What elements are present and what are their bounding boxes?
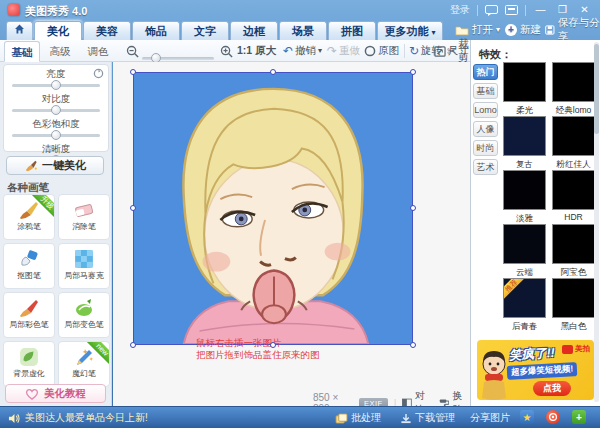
save-share-button[interactable]: 保存与分享 <box>545 22 600 38</box>
tab-scene[interactable]: 场景 <box>279 21 327 40</box>
beautify-tutorial-button[interactable]: 美化教程 <box>5 384 106 403</box>
tab-collage[interactable]: 拼图 <box>328 21 376 40</box>
main-tab-bar: 美化 美容 饰品 文字 边框 场景 拼图 更多功能 ▾ 打开▾ + 新建 保存与… <box>0 20 600 40</box>
qzone-share-icon[interactable]: ★ <box>520 410 534 424</box>
category-lomo[interactable]: Lomo <box>473 102 498 118</box>
category-fashion[interactable]: 时尚 <box>473 140 498 156</box>
selection-handle[interactable] <box>270 69 276 75</box>
open-button[interactable]: 打开▾ <box>455 22 500 38</box>
slider-saturation[interactable] <box>12 134 100 137</box>
brush-eraser-pen[interactable]: 消除笔 <box>58 194 110 240</box>
slider-contrast[interactable] <box>12 109 100 112</box>
brush-local-recolor-pen[interactable]: 局部变色笔 <box>58 292 110 338</box>
home-icon <box>13 23 26 35</box>
brush-doodle-pen[interactable]: 升级 涂鸦笔 <box>3 194 55 240</box>
tab-text[interactable]: 文字 <box>181 21 229 40</box>
selection-handle[interactable] <box>270 342 276 348</box>
tab-more-features[interactable]: 更多功能 ▾ <box>377 21 443 40</box>
undo-button[interactable]: ↶ 撤销 ▾ <box>283 43 322 59</box>
announcement[interactable]: 美图达人最爱单品今日上新! <box>8 411 148 425</box>
photo-selection[interactable]: 鼠标右击插一张图片 把图片拖到饰品盖住原来的图 <box>133 72 413 345</box>
effect-elegant[interactable] <box>503 170 546 210</box>
scrollbar[interactable] <box>594 42 599 402</box>
minimize-button[interactable]: — <box>533 4 548 17</box>
slider-thumb[interactable] <box>51 130 61 140</box>
folder-open-icon <box>455 25 469 36</box>
tab-accessory[interactable]: 饰品 <box>132 21 180 40</box>
chevron-down-icon: ▾ <box>318 47 322 55</box>
brush-local-color-pen[interactable]: 局部彩色笔 <box>3 292 55 338</box>
selection-handle[interactable] <box>130 205 136 211</box>
resize-button[interactable]: 尺寸 <box>434 43 469 59</box>
selection-handle[interactable] <box>410 69 416 75</box>
color-pen-icon <box>18 298 40 318</box>
batch-process-button[interactable]: 批处理 <box>335 411 381 425</box>
brush-local-mosaic[interactable]: 局部马赛克 <box>58 243 110 289</box>
login-link[interactable]: 登录 <box>450 3 470 17</box>
zoom-actual-size-button[interactable]: 1:1 原大 <box>237 43 276 59</box>
effect-pink-lady[interactable] <box>552 116 595 156</box>
zoom-out-icon <box>126 45 139 58</box>
chevron-down-icon: ▾ <box>496 26 500 34</box>
brush-cutout-pen[interactable]: 抠图笔 <box>3 243 55 289</box>
chat-icon[interactable] <box>485 5 498 16</box>
category-basic[interactable]: 基础 <box>473 83 498 99</box>
slider-thumb[interactable] <box>51 80 61 90</box>
effects-title: 特效： <box>479 47 512 62</box>
effect-hdr[interactable] <box>552 170 595 210</box>
category-portrait[interactable]: 人像 <box>473 121 498 137</box>
ad-click-button[interactable]: 点我 <box>533 381 571 396</box>
reset-icon[interactable] <box>93 68 104 79</box>
new-button[interactable]: + 新建 <box>505 22 541 38</box>
tab-cosmetic[interactable]: 美容 <box>83 21 131 40</box>
feedback-icon[interactable] <box>505 5 518 16</box>
brush-magic-pen[interactable]: new 魔幻笔 <box>58 341 110 387</box>
redo-button[interactable]: ↷ 重做 <box>327 43 360 59</box>
download-manager-button[interactable]: 下载管理 <box>400 411 455 425</box>
effect-label: HDR <box>551 212 596 222</box>
close-button[interactable]: ✕ <box>577 4 592 17</box>
selection-handle[interactable] <box>410 205 416 211</box>
one-click-beautify-button[interactable]: 一键美化 <box>6 156 104 175</box>
ad-character-icon <box>477 342 511 400</box>
effect-cloud[interactable] <box>503 224 546 264</box>
ad-banner[interactable]: 笑疯了!! 超多爆笑短视频! 点我 美拍 <box>477 340 594 400</box>
add-share-icon[interactable]: + <box>572 410 586 424</box>
weibo-share-icon[interactable] <box>546 410 560 424</box>
zoom-slider-thumb[interactable] <box>151 53 161 63</box>
blur-leaf-icon <box>18 347 40 367</box>
tab-frame[interactable]: 边框 <box>230 21 278 40</box>
effect-classic-lomo[interactable] <box>552 62 595 102</box>
effect-retro[interactable] <box>503 116 546 156</box>
tab-beautify[interactable]: 美化 <box>34 21 82 40</box>
share-images-button[interactable]: 分享图片 <box>470 411 510 425</box>
category-art[interactable]: 艺术 <box>473 159 498 175</box>
effect-post-youth[interactable]: 推荐 <box>503 278 546 318</box>
original-view-button[interactable]: 原图 <box>364 43 399 59</box>
subtab-advanced[interactable]: 高级 <box>42 41 78 62</box>
canvas-workspace[interactable]: 鼠标右击插一张图片 把图片拖到饰品盖住原来的图 850 × 890 EXIF |… <box>113 62 470 406</box>
tab-home[interactable] <box>6 21 33 40</box>
divider <box>525 5 526 16</box>
effect-soft-light[interactable] <box>503 62 546 102</box>
subtab-color[interactable]: 调色 <box>80 41 116 62</box>
effect-black-white[interactable] <box>552 278 595 318</box>
slider-brightness[interactable] <box>12 84 100 87</box>
brush-background-blur[interactable]: 背景虚化 <box>3 341 55 387</box>
selection-handle[interactable] <box>410 342 416 348</box>
effect-abao-color[interactable] <box>552 224 595 264</box>
sliders-panel: 亮度 对比度 色彩饱和度 清晰度 <box>3 64 109 152</box>
zoom-in-button[interactable] <box>220 43 233 59</box>
slider-thumb[interactable] <box>51 105 61 115</box>
scrollbar-thumb[interactable] <box>594 44 599 134</box>
maximize-button[interactable]: ❐ <box>555 4 570 17</box>
category-hot[interactable]: 热门 <box>473 64 498 80</box>
subtab-basic[interactable]: 基础 <box>4 41 40 62</box>
photo-image <box>134 73 412 344</box>
selection-handle[interactable] <box>130 69 136 75</box>
download-icon <box>400 413 412 424</box>
doodle-pen-icon <box>18 200 40 220</box>
zoom-slider-track[interactable] <box>142 57 214 60</box>
zoom-out-button[interactable] <box>126 43 139 59</box>
selection-handle[interactable] <box>130 342 136 348</box>
